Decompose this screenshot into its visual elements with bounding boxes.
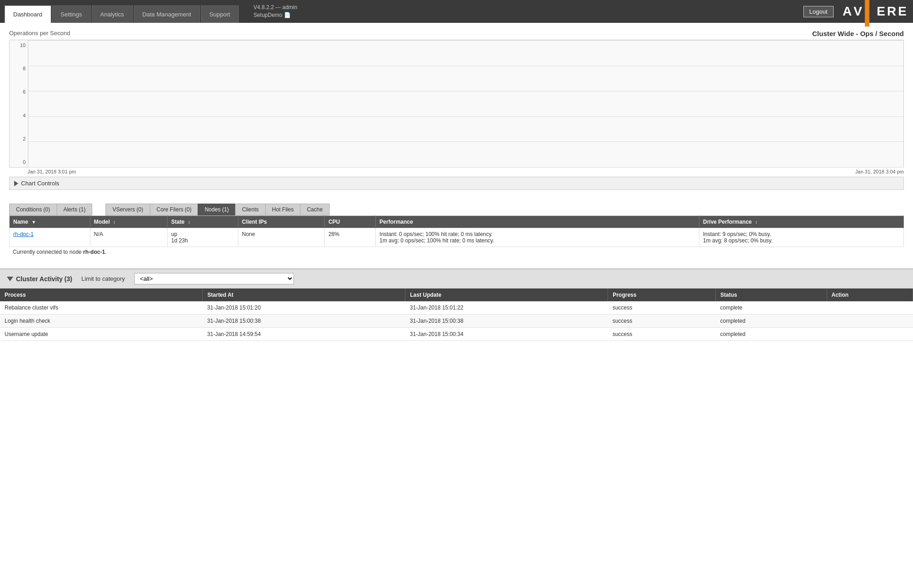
sort-model-icon: ↕: [113, 220, 115, 225]
logo-v: V: [854, 4, 864, 19]
triangle-down-icon: [7, 277, 13, 281]
y-label-10: 10: [10, 42, 26, 48]
chart-controls-bar[interactable]: Chart Controls: [9, 177, 904, 190]
activity-status-1: complete: [716, 301, 827, 315]
sort-state-icon: ↕: [188, 220, 190, 225]
tab-group-nodes: VServers (0) Core Filers (0) Nodes (1) C…: [105, 204, 329, 215]
nav-tabs: Dashboard Settings Analytics Data Manage…: [5, 0, 240, 23]
y-label-8: 8: [10, 66, 26, 71]
chart-cluster-title: Cluster Wide - Ops / Second: [812, 30, 904, 37]
col-started-at: Started At: [203, 289, 405, 301]
logo-e1: E: [876, 4, 887, 19]
col-state[interactable]: State ↕: [167, 216, 238, 228]
cell-model: N/A: [90, 228, 167, 247]
grid-line-0: [28, 167, 903, 168]
activity-row: Rebalance cluster vifs 31-Jan-2018 15:01…: [0, 301, 913, 315]
tab-conditions[interactable]: Conditions (0): [9, 204, 57, 215]
triangle-right-icon: [14, 181, 18, 186]
version-label: V4.8.2.2 --- admin: [253, 4, 297, 11]
chart-section: Operations per Second Cluster Wide - Ops…: [0, 23, 913, 197]
tab-groups: Conditions (0) Alerts (1) VServers (0) C…: [9, 204, 904, 215]
x-label-end: Jan 31, 2018 3:04 pm: [855, 169, 904, 174]
chart-y-axis: 10 8 6 4 2 0: [10, 40, 28, 167]
tab-nodes[interactable]: Nodes (1): [198, 204, 236, 215]
activity-status-3: completed: [716, 328, 827, 341]
chart-x-labels: Jan 31, 2018 3:01 pm Jan 31, 2018 3:04 p…: [9, 168, 904, 174]
tab-cache[interactable]: Cache: [300, 204, 330, 215]
activity-updated-3: 31-Jan-2018 15:00:34: [405, 328, 608, 341]
col-name[interactable]: Name ▼: [10, 216, 90, 228]
sort-name-icon: ▼: [31, 220, 36, 225]
activity-process-3: Username update: [0, 328, 203, 341]
col-drive-performance[interactable]: Drive Performance ↕: [699, 216, 904, 228]
header-right: Logout A V ▌▌ E R E: [803, 0, 908, 26]
activity-progress-1: success: [608, 301, 716, 315]
grid-line-10: [28, 40, 903, 41]
logout-button[interactable]: Logout: [803, 6, 834, 17]
activity-status-2: completed: [716, 315, 827, 328]
cluster-title-label: Cluster Activity (3): [16, 275, 72, 283]
tab-support[interactable]: Support: [201, 5, 239, 23]
tab-alerts[interactable]: Alerts (1): [57, 204, 93, 215]
node-link[interactable]: rh-doc-1: [13, 231, 34, 237]
col-model[interactable]: Model ↕: [90, 216, 167, 228]
col-performance: Performance: [376, 216, 699, 228]
chart-ops-label: Operations per Second: [9, 30, 70, 37]
tab-data-management[interactable]: Data Management: [134, 5, 200, 23]
activity-progress-3: success: [608, 328, 716, 341]
activity-progress-2: success: [608, 315, 716, 328]
sort-drive-icon: ↕: [755, 220, 757, 225]
activity-action-3: [827, 328, 913, 341]
activity-process-1: Rebalance cluster vifs: [0, 301, 203, 315]
cell-cpu: 28%: [325, 228, 376, 247]
header-info: V4.8.2.2 --- admin SetupDemo 📄: [253, 4, 297, 19]
cluster-activity-header: Cluster Activity (3) Limit to category <…: [0, 269, 913, 289]
logo-e2: E: [898, 4, 908, 19]
activity-started-3: 31-Jan-2018 14:59:54: [203, 328, 405, 341]
grid-line-8: [28, 66, 903, 66]
setup-label: SetupDemo 📄: [253, 11, 297, 19]
cell-client-ips: None: [238, 228, 325, 247]
col-process: Process: [0, 289, 203, 301]
activity-started-1: 31-Jan-2018 15:01:20: [203, 301, 405, 315]
tab-analytics[interactable]: Analytics: [92, 5, 133, 23]
cluster-activity-title[interactable]: Cluster Activity (3): [7, 275, 72, 283]
tab-dashboard[interactable]: Dashboard: [5, 5, 51, 23]
connected-node-info: Currently connected to node rh-doc-1.: [9, 247, 904, 257]
tab-hot-files[interactable]: Hot Files: [265, 204, 300, 215]
y-label-2: 2: [10, 136, 26, 142]
col-cpu: CPU: [325, 216, 376, 228]
activity-header-row: Process Started At Last Update Progress …: [0, 289, 913, 301]
data-table-container: Name ▼ Model ↕ State ↕ Client IPs CPU Pe…: [0, 215, 913, 262]
activity-updated-2: 31-Jan-2018 15:00:38: [405, 315, 608, 328]
y-label-0: 0: [10, 159, 26, 165]
col-status: Status: [716, 289, 827, 301]
limit-category-select[interactable]: <all>: [134, 273, 294, 284]
tab-core-filers[interactable]: Core Filers (0): [150, 204, 199, 215]
grid-line-6: [28, 91, 903, 91]
connected-node-name: rh-doc-1: [83, 249, 105, 255]
cell-name: rh-doc-1: [10, 228, 90, 247]
chart-area: 10 8 6 4 2 0: [9, 40, 904, 168]
col-progress: Progress: [608, 289, 716, 301]
activity-updated-1: 31-Jan-2018 15:01:22: [405, 301, 608, 315]
activity-action-2: [827, 315, 913, 328]
chart-plot: [28, 40, 903, 167]
y-label-6: 6: [10, 89, 26, 94]
table-header-row: Name ▼ Model ↕ State ↕ Client IPs CPU Pe…: [10, 216, 904, 228]
tab-vservers[interactable]: VServers (0): [105, 204, 150, 215]
activity-process-2: Login health check: [0, 315, 203, 328]
cell-drive-performance: Instant: 9 ops/sec; 0% busy.1m avg: 8 op…: [699, 228, 904, 247]
table-row: rh-doc-1 N/A up1d 23h None 28% Instant: …: [10, 228, 904, 247]
limit-label: Limit to category: [81, 275, 125, 282]
tab-clients[interactable]: Clients: [235, 204, 266, 215]
cluster-activity: Cluster Activity (3) Limit to category <…: [0, 268, 913, 341]
avere-logo: A V ▌▌ E R E: [843, 0, 908, 26]
header: Dashboard Settings Analytics Data Manage…: [0, 0, 913, 23]
logo-r: R: [887, 4, 898, 19]
col-last-update: Last Update: [405, 289, 608, 301]
col-action: Action: [827, 289, 913, 301]
cell-state: up1d 23h: [167, 228, 238, 247]
activity-table: Process Started At Last Update Progress …: [0, 289, 913, 341]
tab-settings[interactable]: Settings: [52, 5, 91, 23]
